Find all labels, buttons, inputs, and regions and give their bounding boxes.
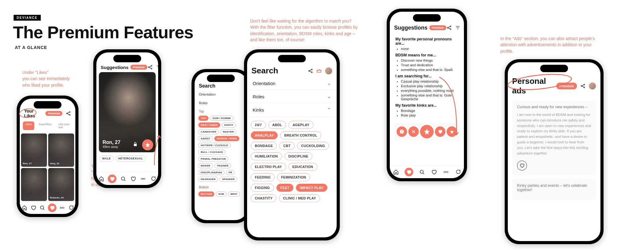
chat-icon[interactable] [150,175,157,182]
filter-chip[interactable]: DISCIPLINE [284,152,313,160]
share-icon[interactable] [65,111,71,116]
filter-chip[interactable]: MAKER [198,163,213,168]
filter-chip[interactable]: BONDAGE [251,142,277,150]
superlike-button[interactable] [420,125,434,138]
tab-superlikes[interactable]: Superlikes [36,121,54,130]
heart-nav-icon[interactable] [108,174,116,183]
ad-card[interactable]: Kinky parties and events – let's celebra… [512,178,596,200]
radar-icon[interactable] [59,204,65,211]
tab-like-ads[interactable]: Like your ads [56,121,72,130]
heart-nav-icon[interactable] [405,168,413,176]
filter-chip[interactable]: AGEPLAY [288,121,313,129]
filter-section-orientation[interactable]: Orientation ⌄ [247,77,337,90]
filter-label: Roles [199,101,208,105]
avatar[interactable] [464,24,464,31]
filter-chip[interactable]: DEGRADER [198,177,218,182]
filter-chip[interactable]: FEMINIZATION [277,173,310,181]
profile-thumb[interactable] [21,168,47,201]
share-icon[interactable] [446,25,452,31]
search-icon[interactable] [39,204,46,211]
phone-ads: Personal ads Premium Curious and ready f… [505,59,604,244]
filter-chip[interactable]: RIGGER / ROPE [214,136,239,141]
filter-chip[interactable]: ELECTRO PLAY [251,163,286,171]
filter-chip[interactable]: CAREGIVER [198,129,219,134]
filter-chip[interactable]: MASTER [220,129,236,134]
screen-title: Suggestions [394,25,427,31]
report-button[interactable] [397,126,407,137]
home-icon[interactable] [393,169,399,175]
filter-chip[interactable]: FEEDING [251,173,275,181]
svg-point-4 [61,207,62,208]
radar-icon[interactable] [140,175,146,182]
filter-chip[interactable]: BRAT-TAMER [198,122,220,128]
likes-nav-icon[interactable] [48,203,57,212]
filter-chip[interactable]: TRAINER [214,163,231,168]
settings-icon[interactable] [455,25,461,31]
search-icon[interactable] [419,169,425,175]
crown-icon[interactable] [316,68,322,74]
chat-icon[interactable] [455,169,461,175]
likes-nav-icon[interactable] [431,169,437,175]
filter-section-roles[interactable]: Roles ⌄ [247,90,337,103]
notch [113,55,141,62]
avatar[interactable] [325,67,332,75]
filter-chip[interactable]: DADDY [222,122,236,128]
filter-section-kinks[interactable]: Kinks ⌃ [247,103,337,117]
heart-icon[interactable] [30,204,37,211]
filter-section[interactable]: Orientation [195,90,247,99]
filter-chip[interactable]: BREATH CONTROL [280,131,321,139]
share-icon[interactable] [147,64,153,70]
like-ad-button[interactable] [517,161,527,170]
filter-chip[interactable]: CUCKOLDING [297,142,329,150]
filter-chip[interactable]: PR [226,170,235,175]
filter-chip[interactable]: FIGGING [251,184,274,192]
likes-nav-icon[interactable] [130,175,137,182]
chevron-up-icon: ⌃ [327,107,331,113]
radar-icon[interactable] [443,169,449,175]
filter-chip[interactable]: BULL / CUCKAKE [198,150,225,155]
pass-button[interactable] [408,126,419,137]
like-button[interactable] [435,126,445,137]
profile-card[interactable]: Ron, 27 49km away [99,72,156,152]
premium-badge[interactable]: Premium [45,111,62,116]
filter-chip[interactable]: HUMILIATION [251,152,282,160]
filter-chip[interactable]: SADIST [198,136,213,141]
filter-chip[interactable]: CLINIC / MED PLAY [279,194,320,202]
ad-card[interactable]: Curious and ready for new experiences – … [512,100,596,175]
home-icon[interactable] [98,175,105,182]
filter-chip[interactable]: DOM / DOMME [210,116,233,121]
filter-chip[interactable]: TOP [198,116,208,121]
filter-chip[interactable]: CHASTITY [251,194,276,202]
avatar[interactable] [589,82,596,90]
filter-section[interactable]: Roles [195,99,247,107]
share-icon[interactable] [580,83,586,89]
filter-chip[interactable]: ANALPLAY [251,131,278,139]
share-icon[interactable] [308,68,313,74]
premium-badge[interactable]: Premium [130,65,147,70]
search-icon[interactable] [120,175,127,182]
profile-thumb[interactable]: Roberto, 44 [48,168,74,201]
chat-icon[interactable] [68,204,74,211]
premium-badge[interactable]: Premium [556,83,577,89]
home-icon[interactable] [21,204,28,211]
filter-chip[interactable]: 24/7 [251,121,266,129]
settings-icon[interactable] [156,64,158,70]
filter-chip[interactable]: FEET [276,184,293,192]
filter-chip[interactable]: SUB [216,191,226,197]
filter-chip[interactable]: SPANKER [220,177,237,182]
filter-chip[interactable]: BOTTOM [198,191,214,197]
filter-chip[interactable]: HOTWIFE / CUCKOLD [198,143,231,148]
boost-button[interactable] [447,126,457,137]
filter-chip[interactable]: BRAT [228,191,240,197]
filter-chip[interactable]: EDUCATION [288,163,317,171]
filter-chip[interactable]: PRIMAL PREDATOR [198,156,228,162]
filter-chip[interactable]: ABDL [268,121,286,129]
superlike-button[interactable] [142,139,153,150]
premium-badge[interactable]: Premium [429,25,446,30]
filter-chip[interactable]: IMPACT PLAY [296,184,327,192]
filter-chip[interactable]: DISCIPLINARIAN [198,170,225,175]
tab-likes[interactable]: Likes [23,121,34,130]
profile-thumb[interactable]: Amy, 31 [48,133,74,167]
filter-chip[interactable]: CBT [279,142,295,150]
profile-thumb[interactable]: Ron, 27 [21,133,47,167]
